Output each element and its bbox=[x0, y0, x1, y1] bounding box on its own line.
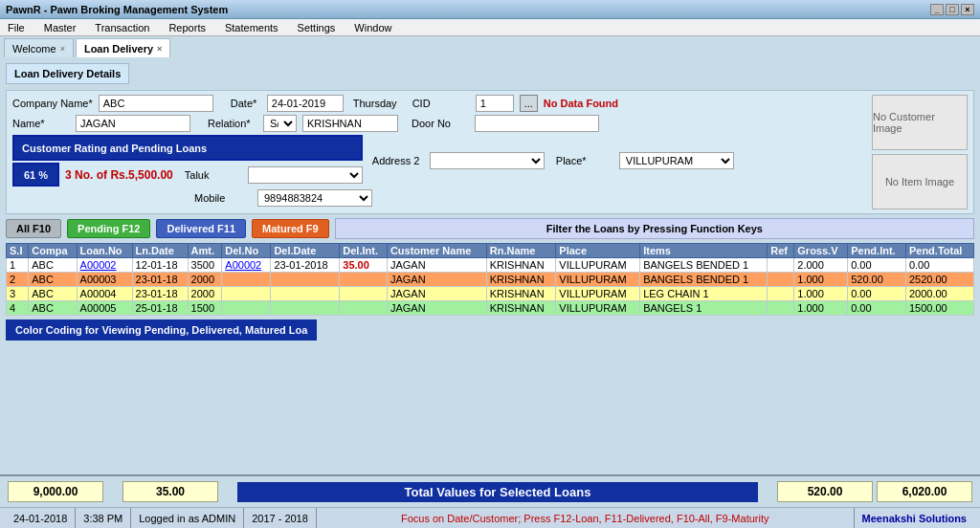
col-gross: Gross.V bbox=[794, 244, 848, 258]
close-button[interactable]: × bbox=[961, 4, 974, 15]
col-rn-name: Rn.Name bbox=[486, 244, 556, 258]
col-pend-total: Pend.Total bbox=[905, 244, 973, 258]
tab-loan-delivery[interactable]: Loan Delivery × bbox=[76, 38, 170, 57]
filter-label: Filter the Loans by Pressing Function Ke… bbox=[335, 218, 974, 239]
table-row[interactable]: 2ABCA0000323-01-182000JAGANKRISHNANVILLU… bbox=[7, 273, 974, 287]
menubar: File Master Transaction Reports Statemen… bbox=[0, 19, 980, 36]
door-input[interactable] bbox=[475, 115, 599, 132]
item-image-box: No Item Image bbox=[872, 154, 968, 209]
status-focus-msg: Focus on Date/Customer; Press F12-Loan, … bbox=[317, 508, 855, 528]
taluk-select[interactable] bbox=[248, 166, 363, 184]
customer-image-box: No Customer Image bbox=[872, 95, 968, 150]
menu-settings[interactable]: Settings bbox=[294, 21, 340, 34]
rating-percent: 61 % bbox=[24, 169, 48, 181]
name-label: Name* bbox=[12, 118, 70, 129]
taluk-label: Taluk bbox=[185, 169, 242, 181]
place-select[interactable]: VILLUPURAM bbox=[619, 152, 734, 169]
mobile-select[interactable]: 9894883824 bbox=[257, 189, 372, 207]
col-pend-int: Pend.Int. bbox=[848, 244, 906, 258]
color-code-box: Color Coding for Viewing Pending, Delive… bbox=[6, 319, 317, 341]
status-logged: Logged in as ADMIN bbox=[131, 508, 244, 528]
date-day: Thursday bbox=[353, 98, 397, 109]
pend-int-total: 520.00 bbox=[777, 481, 873, 502]
tab-welcome[interactable]: Welcome × bbox=[4, 38, 74, 57]
status-date: 24-01-2018 bbox=[6, 508, 76, 528]
col-del-int: Del.Int. bbox=[340, 244, 388, 258]
form-row-mobile: Mobile 9894883824 bbox=[12, 189, 858, 207]
col-compa: Compa bbox=[29, 244, 77, 258]
tabbar: Welcome × Loan Delivery × bbox=[0, 36, 980, 57]
place-label: Place* bbox=[556, 155, 613, 166]
cid-btn[interactable]: ... bbox=[520, 95, 538, 112]
col-place: Place bbox=[556, 244, 640, 258]
all-btn[interactable]: All F10 bbox=[6, 219, 61, 238]
maximize-button[interactable]: □ bbox=[946, 4, 959, 15]
tab-welcome-label: Welcome bbox=[12, 43, 56, 55]
app-title: PawnR - Pawn Broking Management System bbox=[6, 4, 228, 15]
table-container: S.I Compa Loan.No Ln.Date Amt. Del.No De… bbox=[6, 243, 974, 316]
name-input[interactable] bbox=[76, 115, 190, 132]
cid-label: CID bbox=[412, 98, 470, 109]
form-row-2: Name* Relation* S/O Door No bbox=[12, 115, 858, 132]
col-ref: Ref bbox=[768, 244, 794, 258]
amt-total: 9,000.00 bbox=[8, 481, 103, 502]
col-del-date: Del.Date bbox=[271, 244, 340, 258]
mobile-label: Mobile bbox=[194, 192, 252, 204]
date-input[interactable] bbox=[267, 95, 344, 112]
statusbar: 24-01-2018 3:38 PM Logged in as ADMIN 20… bbox=[0, 507, 980, 528]
relation-name-input[interactable] bbox=[302, 115, 398, 132]
main-content: Loan Delivery Details Company Name* Date… bbox=[0, 57, 980, 507]
cid-input[interactable] bbox=[476, 95, 514, 112]
totals-bar: 9,000.00 35.00 Total Values for Selected… bbox=[0, 474, 980, 507]
no-data-text: No Data Found bbox=[544, 98, 618, 109]
customer-image-label: No Customer Image bbox=[873, 111, 967, 134]
item-image-label: No Item Image bbox=[885, 176, 954, 187]
loans-table: S.I Compa Loan.No Ln.Date Amt. Del.No De… bbox=[6, 243, 974, 316]
menu-window[interactable]: Window bbox=[350, 21, 395, 34]
col-loan-no: Loan.No bbox=[77, 244, 132, 258]
table-row[interactable]: 3ABCA0000423-01-182000JAGANKRISHNANVILLU… bbox=[7, 287, 974, 301]
form-section: Company Name* Date* Thursday CID ... No … bbox=[6, 90, 974, 214]
minimize-button[interactable]: _ bbox=[930, 4, 944, 15]
address2-label: Address 2 bbox=[372, 155, 424, 166]
window-controls[interactable]: _ □ × bbox=[930, 4, 974, 15]
menu-transaction[interactable]: Transaction bbox=[91, 21, 153, 34]
delivered-btn[interactable]: Delivered F11 bbox=[156, 219, 246, 238]
menu-reports[interactable]: Reports bbox=[165, 21, 210, 34]
menu-statements[interactable]: Statements bbox=[221, 21, 282, 34]
relation-select[interactable]: S/O bbox=[263, 115, 297, 132]
tab-loan-delivery-label: Loan Delivery bbox=[84, 43, 153, 55]
loans-text: 3 No. of Rs.5,500.00 bbox=[65, 168, 173, 182]
rating-percent-box: 61 % bbox=[12, 163, 59, 187]
menu-file[interactable]: File bbox=[4, 21, 29, 34]
col-items: Items bbox=[640, 244, 768, 258]
tab-loan-delivery-close[interactable]: × bbox=[157, 44, 162, 54]
table-row[interactable]: 4ABCA0000525-01-181500JAGANKRISHNANVILLU… bbox=[7, 301, 974, 316]
status-year: 2017 - 2018 bbox=[244, 508, 317, 528]
form-row-1: Company Name* Date* Thursday CID ... No … bbox=[12, 95, 858, 112]
menu-master[interactable]: Master bbox=[40, 21, 80, 34]
table-row[interactable]: 1ABCA0000212-01-183500A0000223-01-201835… bbox=[7, 258, 974, 273]
del-int-total: 35.00 bbox=[122, 481, 218, 502]
rating-label: Customer Rating and Pending Loans bbox=[22, 143, 207, 154]
relation-label: Relation* bbox=[208, 118, 257, 129]
titlebar: PawnR - Pawn Broking Management System _… bbox=[0, 0, 980, 19]
address2-select[interactable] bbox=[430, 152, 545, 169]
col-si: S.I bbox=[7, 244, 29, 258]
pend-total: 6,020.00 bbox=[877, 481, 972, 502]
pending-btn[interactable]: Pending F12 bbox=[67, 219, 150, 238]
col-del-no: Del.No bbox=[222, 244, 271, 258]
totals-label: Total Values for Selected Loans bbox=[237, 482, 758, 502]
rating-box: Customer Rating and Pending Loans bbox=[12, 135, 363, 161]
status-brand: Meenakshi Solutions bbox=[855, 508, 974, 528]
tab-welcome-close[interactable]: × bbox=[60, 44, 65, 54]
company-input[interactable] bbox=[99, 95, 213, 112]
col-ln-date: Ln.Date bbox=[132, 244, 188, 258]
matured-btn[interactable]: Matured F9 bbox=[252, 219, 329, 238]
status-time: 3:38 PM bbox=[76, 508, 131, 528]
company-label: Company Name* bbox=[12, 98, 93, 109]
date-label: Date* bbox=[231, 98, 261, 109]
col-customer: Customer Name bbox=[387, 244, 486, 258]
button-row: All F10 Pending F12 Delivered F11 Mature… bbox=[6, 218, 974, 239]
col-amt: Amt. bbox=[188, 244, 222, 258]
